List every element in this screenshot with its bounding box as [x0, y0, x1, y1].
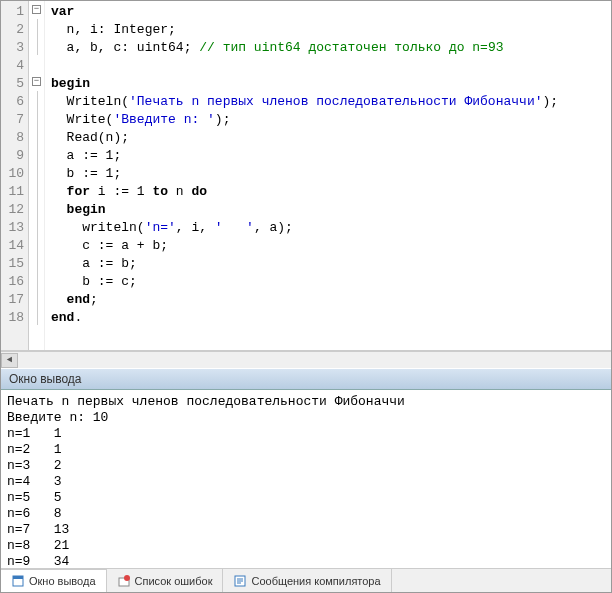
code-line[interactable]: a := b; — [51, 255, 605, 273]
line-number-gutter: 123456789101112131415161718 — [1, 1, 29, 350]
code-line[interactable]: a := 1; — [51, 147, 605, 165]
line-number: 7 — [3, 111, 24, 129]
line-number: 18 — [3, 309, 24, 327]
line-number: 9 — [3, 147, 24, 165]
fold-cell — [29, 253, 44, 271]
line-number: 12 — [3, 201, 24, 219]
fold-cell — [29, 163, 44, 181]
line-number: 3 — [3, 39, 24, 57]
code-line[interactable]: begin — [51, 201, 605, 219]
errors-tab-icon — [117, 574, 131, 588]
code-line[interactable]: end. — [51, 309, 605, 327]
scroll-left-icon[interactable]: ◄ — [1, 353, 18, 368]
fold-cell[interactable]: − — [29, 1, 44, 19]
tab-compiler-label: Сообщения компилятора — [251, 575, 380, 587]
code-line[interactable]: end; — [51, 291, 605, 309]
fold-cell — [29, 217, 44, 235]
fold-toggle-icon[interactable]: − — [32, 77, 41, 86]
code-line[interactable]: for i := 1 to n do — [51, 183, 605, 201]
fold-cell — [29, 109, 44, 127]
line-number: 14 — [3, 237, 24, 255]
compiler-tab-icon — [233, 574, 247, 588]
fold-cell — [29, 19, 44, 37]
code-line[interactable]: b := c; — [51, 273, 605, 291]
line-number: 5 — [3, 75, 24, 93]
line-number: 1 — [3, 3, 24, 21]
tab-errors[interactable]: Список ошибок — [107, 569, 224, 592]
output-panel-title: Окно вывода — [1, 368, 611, 390]
output-tab-icon — [11, 574, 25, 588]
code-line[interactable]: n, i: Integer; — [51, 21, 605, 39]
fold-cell — [29, 55, 44, 73]
tab-errors-label: Список ошибок — [135, 575, 213, 587]
fold-column[interactable]: −− — [29, 1, 45, 350]
code-line[interactable]: var — [51, 3, 605, 21]
tab-compiler[interactable]: Сообщения компилятора — [223, 569, 391, 592]
line-number: 10 — [3, 165, 24, 183]
bottom-tab-bar: Окно вывода Список ошибок Сообщения комп… — [1, 568, 611, 592]
code-line[interactable]: Write('Введите n: '); — [51, 111, 605, 129]
line-number: 13 — [3, 219, 24, 237]
line-number: 4 — [3, 57, 24, 75]
fold-cell — [29, 271, 44, 289]
fold-cell — [29, 199, 44, 217]
code-line[interactable]: begin — [51, 75, 605, 93]
code-line[interactable]: c := a + b; — [51, 237, 605, 255]
tab-output[interactable]: Окно вывода — [1, 569, 107, 592]
fold-cell — [29, 181, 44, 199]
line-number: 8 — [3, 129, 24, 147]
fold-cell — [29, 307, 44, 325]
code-editor[interactable]: 123456789101112131415161718 −− var n, i:… — [1, 1, 611, 351]
fold-toggle-icon[interactable]: − — [32, 5, 41, 14]
code-line[interactable] — [51, 57, 605, 75]
code-line[interactable]: a, b, c: uint64; // тип uint64 достаточе… — [51, 39, 605, 57]
svg-point-3 — [124, 575, 130, 581]
output-panel-body: Печать n первых членов последовательност… — [1, 390, 611, 568]
fold-cell — [29, 127, 44, 145]
code-line[interactable]: Read(n); — [51, 129, 605, 147]
svg-rect-1 — [13, 576, 23, 579]
fold-cell — [29, 37, 44, 55]
line-number: 11 — [3, 183, 24, 201]
line-number: 16 — [3, 273, 24, 291]
tab-output-label: Окно вывода — [29, 575, 96, 587]
fold-cell — [29, 145, 44, 163]
fold-cell — [29, 289, 44, 307]
fold-cell — [29, 235, 44, 253]
fold-cell[interactable]: − — [29, 73, 44, 91]
line-number: 2 — [3, 21, 24, 39]
line-number: 17 — [3, 291, 24, 309]
code-line[interactable]: b := 1; — [51, 165, 605, 183]
code-area[interactable]: var n, i: Integer; a, b, c: uint64; // т… — [45, 1, 611, 350]
code-line[interactable]: writeln('n=', i, ' ', a); — [51, 219, 605, 237]
code-line[interactable]: Writeln('Печать n первых членов последов… — [51, 93, 605, 111]
horizontal-scrollbar[interactable]: ◄ — [1, 351, 611, 368]
line-number: 15 — [3, 255, 24, 273]
fold-cell — [29, 91, 44, 109]
line-number: 6 — [3, 93, 24, 111]
